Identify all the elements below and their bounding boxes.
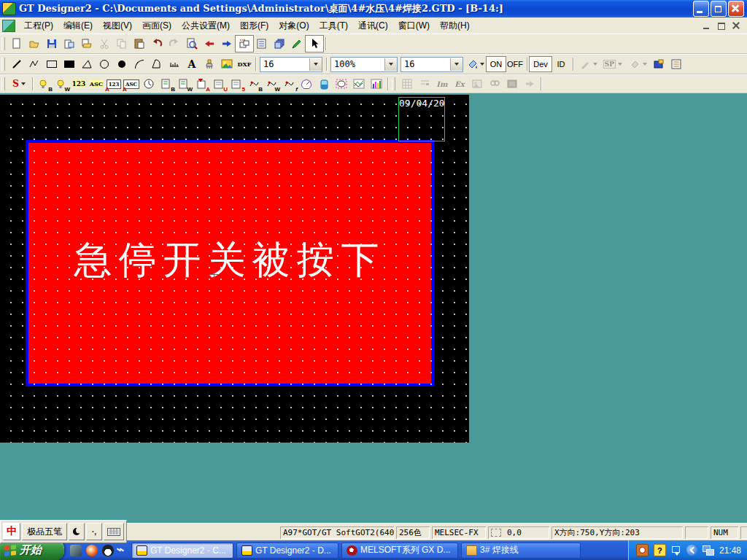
toolbar-grip[interactable] bbox=[1, 58, 5, 71]
font-size-combo[interactable]: 16 bbox=[260, 57, 322, 72]
child-close-button[interactable] bbox=[731, 21, 741, 30]
combo-arrow-icon[interactable] bbox=[384, 58, 397, 71]
ime-punctuation-button[interactable]: ·, bbox=[86, 523, 102, 540]
arc-tool[interactable] bbox=[131, 56, 148, 72]
undo-button[interactable] bbox=[148, 36, 166, 52]
screen-call-button[interactable] bbox=[650, 56, 667, 72]
task-gtdesigner-1[interactable]: GT Designer2 - C... bbox=[131, 542, 233, 559]
filled-rect-tool[interactable] bbox=[61, 56, 78, 72]
scale-tool[interactable] bbox=[166, 56, 183, 72]
storm-player-icon[interactable] bbox=[86, 545, 98, 556]
screen-image-list-button[interactable] bbox=[271, 36, 288, 52]
restore-button[interactable] bbox=[711, 1, 727, 17]
alarm-history-tool[interactable]: A bbox=[193, 76, 210, 92]
task-gtdesigner-2[interactable]: GT Designer2 - D... bbox=[236, 542, 338, 559]
select-arrow-button[interactable] bbox=[306, 36, 323, 52]
find-button[interactable] bbox=[486, 76, 503, 92]
tray-window-icon[interactable] bbox=[671, 545, 681, 556]
eraser-button[interactable] bbox=[625, 56, 650, 72]
task-melsoft-gx[interactable]: MELSOFT系列 GX D... bbox=[341, 542, 458, 559]
parts-display-bit-tool[interactable]: B bbox=[245, 76, 263, 92]
menu-help[interactable]: 帮助(H) bbox=[435, 18, 475, 34]
alarm-text[interactable]: 急停开关被按下 bbox=[74, 235, 386, 286]
word-comment-tool[interactable]: W bbox=[175, 76, 193, 92]
report-tool[interactable] bbox=[398, 76, 416, 92]
minimize-button[interactable] bbox=[693, 1, 709, 17]
switch-tool[interactable]: S bbox=[8, 76, 30, 92]
alarm-rectangle[interactable]: 急停开关被按下 bbox=[26, 140, 434, 386]
screen-editor-canvas[interactable]: 急停开关被按下 09/04/20 bbox=[0, 95, 469, 443]
menu-edit[interactable]: 编辑(E) bbox=[58, 18, 98, 34]
menu-comm[interactable]: 通讯(C) bbox=[353, 18, 393, 34]
menu-object[interactable]: 对象(O) bbox=[274, 18, 314, 34]
next-screen-button[interactable] bbox=[218, 36, 236, 52]
qq-icon[interactable] bbox=[102, 545, 114, 556]
screen-property-button[interactable] bbox=[236, 36, 253, 52]
polyline-tool[interactable] bbox=[26, 56, 43, 72]
on-preview-button[interactable]: ON bbox=[487, 57, 506, 71]
id-display-button[interactable]: ID bbox=[551, 57, 570, 71]
menu-screen[interactable]: 画面(S) bbox=[137, 18, 177, 34]
ascii-input-tool[interactable]: ASC A bbox=[123, 76, 140, 92]
new-screen-button[interactable] bbox=[61, 36, 78, 52]
scatter-graph-tool[interactable] bbox=[350, 76, 368, 92]
toolbar-grip[interactable] bbox=[392, 77, 395, 90]
level-tool[interactable] bbox=[315, 76, 333, 92]
panelmeter-tool[interactable] bbox=[298, 76, 315, 92]
paste-button[interactable] bbox=[131, 36, 148, 52]
ime-toolbar[interactable]: 中 极品五笔 ·, bbox=[0, 520, 127, 543]
toolbar-grip[interactable] bbox=[1, 37, 5, 50]
menu-view[interactable]: 视图(V) bbox=[98, 18, 137, 34]
off-preview-button[interactable]: OFF bbox=[506, 57, 525, 71]
draw-check-button[interactable] bbox=[288, 36, 306, 52]
open-button[interactable] bbox=[26, 36, 43, 52]
tray-network-icon[interactable] bbox=[703, 545, 714, 556]
tray-recorder-icon[interactable] bbox=[636, 544, 649, 556]
parts-move-tool[interactable]: f bbox=[280, 76, 298, 92]
bar-graph-tool[interactable] bbox=[368, 76, 385, 92]
clock-display-tool[interactable] bbox=[140, 76, 158, 92]
preview-button[interactable] bbox=[183, 36, 201, 52]
tray-collapse-icon[interactable] bbox=[686, 545, 697, 556]
line-tool[interactable] bbox=[8, 56, 26, 72]
combo-arrow-icon[interactable] bbox=[450, 58, 462, 71]
device-display-button[interactable]: Dev bbox=[530, 57, 551, 71]
alarm-list-system-tool[interactable]: 5 bbox=[228, 76, 245, 92]
redo-button[interactable] bbox=[166, 36, 183, 52]
close-button[interactable] bbox=[728, 1, 744, 17]
new-button[interactable] bbox=[8, 36, 26, 52]
picture-tool[interactable] bbox=[468, 76, 486, 92]
menu-common[interactable]: 公共设置(M) bbox=[177, 18, 235, 34]
circle-tool[interactable] bbox=[96, 56, 113, 72]
combo-arrow-icon[interactable] bbox=[309, 58, 322, 71]
bit-comment-tool[interactable]: B bbox=[158, 76, 175, 92]
parts-display-word-tool[interactable]: W bbox=[263, 76, 280, 92]
ime-keyboard-icon[interactable] bbox=[104, 523, 124, 540]
parts-display-tool[interactable] bbox=[333, 76, 350, 92]
grid-combo[interactable]: 16 bbox=[400, 57, 463, 72]
toolbar-grip[interactable] bbox=[1, 77, 5, 90]
sp-button[interactable]: SP bbox=[600, 56, 625, 72]
object-list-button[interactable] bbox=[667, 56, 685, 72]
cut-button[interactable] bbox=[96, 36, 113, 52]
child-minimize-button[interactable] bbox=[702, 21, 712, 30]
zoom-combo[interactable]: 100% bbox=[330, 57, 398, 72]
menu-project[interactable]: 工程(P) bbox=[19, 18, 58, 34]
rect-tool[interactable] bbox=[43, 56, 61, 72]
child-restore-button[interactable] bbox=[716, 21, 727, 30]
data-list-button[interactable] bbox=[253, 36, 271, 52]
task-folder-welding[interactable]: 3# 焊接线 bbox=[461, 542, 581, 559]
template-tool[interactable] bbox=[416, 76, 433, 92]
polygon-tool[interactable] bbox=[78, 56, 96, 72]
sector-tool[interactable] bbox=[148, 56, 166, 72]
import-button[interactable]: Im bbox=[433, 76, 451, 92]
open-screen-button[interactable] bbox=[78, 36, 96, 52]
menu-tools[interactable]: 工具(T) bbox=[314, 18, 353, 34]
import-image-tool[interactable] bbox=[218, 56, 236, 72]
ime-name-button[interactable]: 极品五笔 bbox=[22, 523, 67, 540]
menu-window[interactable]: 窗口(W) bbox=[393, 18, 435, 34]
grid-color-button[interactable] bbox=[465, 56, 487, 72]
filled-circle-tool[interactable] bbox=[113, 56, 131, 72]
copy-button[interactable] bbox=[113, 36, 131, 52]
next-tool[interactable] bbox=[521, 76, 538, 92]
